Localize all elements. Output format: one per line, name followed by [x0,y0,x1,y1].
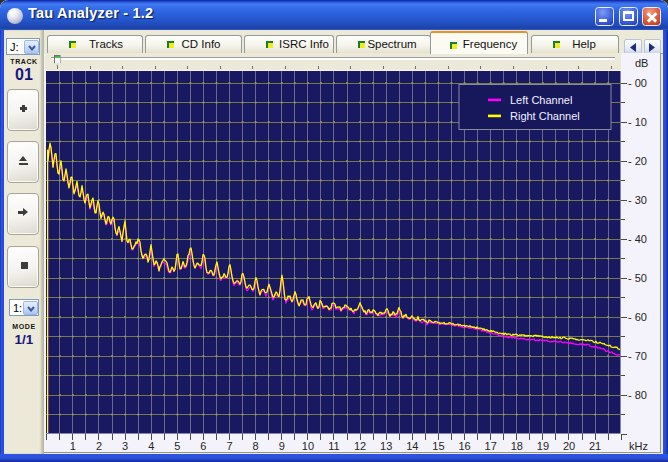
svg-text:- 60: - 60 [628,311,647,323]
svg-text:1: 1 [70,440,76,452]
svg-text:15: 15 [432,440,444,452]
svg-text:17: 17 [485,440,497,452]
svg-text:16: 16 [458,440,470,452]
svg-text:kHz: kHz [629,440,648,452]
svg-text:3: 3 [122,440,128,452]
svg-text:18: 18 [511,440,523,452]
svg-text:10: 10 [302,440,314,452]
svg-text:Left Channel: Left Channel [510,94,572,106]
svg-text:12: 12 [354,440,366,452]
svg-text:14: 14 [406,440,418,452]
svg-text:5: 5 [174,440,180,452]
svg-text:- 10: - 10 [628,116,647,128]
svg-text:20: 20 [563,440,575,452]
svg-text:11: 11 [328,440,339,452]
svg-text:- 20: - 20 [628,155,647,167]
svg-text:19: 19 [537,440,549,452]
svg-text:- 30: - 30 [628,194,647,206]
svg-text:- 70: - 70 [628,350,647,362]
svg-text:2: 2 [96,440,102,452]
svg-text:7: 7 [226,440,232,452]
svg-text:8: 8 [253,440,259,452]
svg-text:6: 6 [200,440,206,452]
svg-text:9: 9 [279,440,285,452]
svg-text:- 40: - 40 [628,233,647,245]
svg-text:4: 4 [148,440,154,452]
svg-text:21: 21 [589,440,601,452]
svg-text:13: 13 [380,440,392,452]
svg-text:- 00: - 00 [628,77,647,89]
svg-text:- 80: - 80 [628,389,647,401]
svg-text:dB: dB [635,57,648,69]
svg-text:Right Channel: Right Channel [510,110,580,122]
svg-text:- 50: - 50 [628,272,647,284]
